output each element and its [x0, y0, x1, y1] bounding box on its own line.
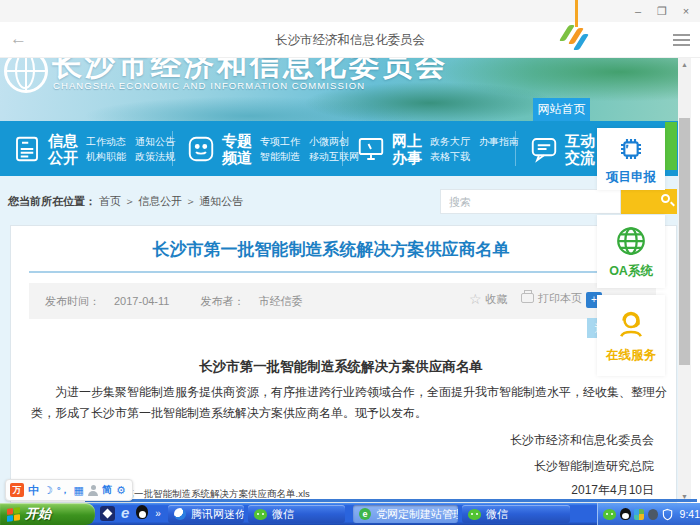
minimize-button[interactable]: –: [630, 3, 646, 19]
nav-link[interactable]: 办事指南: [479, 136, 519, 147]
printer-icon: [521, 293, 534, 303]
panel-label: OA系统: [609, 263, 653, 280]
nav-link[interactable]: 通知公告: [135, 136, 175, 147]
task-button-tencent-mini[interactable]: 腾讯网迷你版: [168, 505, 244, 523]
ime-fullwidth-icon[interactable]: ☽: [43, 484, 53, 497]
system-tray: 9:41: [597, 503, 700, 525]
menu-icon[interactable]: [673, 34, 690, 49]
scroll-up-icon[interactable]: ▲: [678, 58, 691, 71]
panel-label: 项目申报: [606, 169, 656, 186]
article-body-heading: 长沙市第一批智能制造系统解决方案供应商名单: [11, 358, 671, 376]
nav-link[interactable]: 小微两创: [309, 136, 349, 147]
site-logo-en: CHANGSHA ECONOMIC AND INFORMATION COMMIS…: [53, 80, 365, 91]
green-accent-block: [665, 122, 677, 170]
qq-tray-icon[interactable]: [620, 508, 630, 521]
nav-title: 互动交流: [565, 132, 595, 166]
panel-oa-system[interactable]: OA系统: [597, 215, 665, 288]
vertical-scrollbar[interactable]: ▲ ▼: [678, 58, 691, 503]
ime-toolbar[interactable]: 万 中 ☽ °， ▦ 简 ⚙: [5, 479, 133, 501]
nav-link[interactable]: 机构职能: [86, 151, 126, 162]
ime-account-icon[interactable]: [88, 485, 98, 496]
panel-project-declare[interactable]: 项目申报: [597, 128, 665, 190]
nav-link[interactable]: 政策法规: [135, 151, 175, 162]
screen: – ❐ × ← 长沙市经济和信息化委员会 长沙市经济和信息化委员会 CHANGS…: [0, 0, 700, 525]
nav-group-online[interactable]: 网上办事 政务大厅办事指南 表格下载: [356, 121, 528, 176]
loading-indicator-line: [575, 0, 578, 27]
wechat-icon: [254, 509, 267, 520]
quick-launch-app-icon[interactable]: [100, 506, 115, 521]
clock: 9:41: [680, 508, 700, 520]
nav-link[interactable]: 表格下载: [430, 151, 470, 162]
close-button[interactable]: ×: [678, 3, 694, 19]
page-viewport: 长沙市经济和信息化委员会 CHANGSHA ECONOMIC AND INFOR…: [0, 58, 678, 503]
site-header: 长沙市经济和信息化委员会 CHANGSHA ECONOMIC AND INFOR…: [0, 58, 678, 121]
search-button[interactable]: [621, 189, 677, 214]
scrollbar-thumb[interactable]: [679, 118, 690, 365]
article-title: 长沙市第一批智能制造系统解决方案供应商名单: [11, 238, 651, 261]
swirl-tray-icon[interactable]: [648, 509, 658, 520]
nav-title: 专题频道: [222, 132, 252, 166]
ime-punctuation-icon[interactable]: °，: [57, 484, 70, 497]
service-agent-icon: [613, 307, 649, 343]
nav-link[interactable]: 政务大厅: [430, 136, 470, 147]
ime-settings-icon[interactable]: ⚙: [116, 484, 126, 497]
taskbar: 开始 e » 腾讯网迷你版 微信 e党网定制建站管理... 微信 9:41: [0, 503, 700, 525]
nav-divider: [172, 131, 173, 166]
favorite-button[interactable]: ☆收藏: [469, 291, 508, 307]
article-paragraph: 为进一步集聚智能制造服务提供商资源，有序推进跨行业跨领域合作，全面提升我市智能制…: [31, 382, 671, 424]
chip-icon: [615, 133, 647, 165]
breadcrumb-sep: ＞: [185, 195, 196, 207]
nav-group-info[interactable]: 信息公开 工作动态通知公告 机构职能政策法规: [12, 121, 184, 176]
windows-logo-icon: [7, 507, 20, 522]
nav-group-interact[interactable]: 互动交流: [529, 121, 603, 176]
breadcrumb-level1[interactable]: 信息公开: [138, 195, 182, 207]
signature-org1: 长沙市经济和信息化委员会: [510, 432, 654, 449]
ime-logo-icon[interactable]: 万: [10, 483, 24, 497]
search-input[interactable]: [440, 189, 621, 214]
restore-button[interactable]: ❐: [654, 3, 670, 19]
nav-links: 工作动态通知公告 机构职能政策法规: [86, 133, 184, 164]
ime-keyboard-icon[interactable]: ▦: [73, 484, 83, 497]
background-window-edge: [85, 499, 697, 502]
signature-date: 2017年4月10日: [571, 482, 654, 499]
start-button[interactable]: 开始: [0, 503, 95, 525]
ime-chinese-mode-icon[interactable]: 中: [28, 483, 39, 498]
channel-icon: [186, 134, 216, 164]
quick-launch: e »: [100, 505, 161, 521]
nav-divider: [342, 131, 343, 166]
nav-link[interactable]: 移动互联网: [309, 151, 359, 162]
chat-icon: [529, 134, 559, 164]
task-button-site-manager[interactable]: e党网定制建站管理...: [353, 505, 458, 523]
print-button[interactable]: 打印本页: [521, 291, 582, 306]
site-manager-icon: e: [359, 508, 371, 520]
breadcrumb-sep: ＞: [124, 195, 135, 207]
globe-icon: [613, 223, 649, 259]
nav-divider: [515, 131, 516, 166]
window-right-margin: [691, 58, 700, 503]
home-button[interactable]: 网站首页: [533, 98, 590, 121]
wechat-tray-icon[interactable]: [603, 509, 616, 520]
breadcrumb: 您当前所在位置： 首页 ＞ 信息公开 ＞ 通知公告: [8, 194, 243, 209]
qq-icon[interactable]: [135, 505, 149, 521]
task-button-wechat-1[interactable]: 微信: [248, 505, 345, 523]
nav-link[interactable]: 专项工作: [260, 136, 300, 147]
nav-link[interactable]: 工作动态: [86, 136, 126, 147]
publish-time: 2017-04-11: [114, 295, 169, 307]
main-navbar: 信息公开 工作动态通知公告 机构职能政策法规 专题频道 专项工作小微两创 智能制…: [0, 121, 678, 176]
chevron-icon[interactable]: »: [155, 508, 161, 519]
nav-links: 专项工作小微两创 智能制造移动互联网: [260, 133, 368, 164]
search-icon: [661, 194, 670, 203]
task-button-wechat-2[interactable]: 微信: [462, 505, 570, 523]
grid-tray-icon[interactable]: [634, 509, 644, 520]
nav-link[interactable]: 智能制造: [260, 151, 300, 162]
nav-group-channel[interactable]: 专题频道 专项工作小微两创 智能制造移动互联网: [186, 121, 368, 176]
internet-explorer-icon[interactable]: e: [121, 505, 129, 521]
site-emblem-icon: [4, 58, 48, 93]
ime-simplified-icon[interactable]: 简: [102, 483, 112, 497]
panel-online-service[interactable]: 在线服务: [597, 295, 665, 376]
breadcrumb-home[interactable]: 首页: [99, 195, 121, 207]
browser-logo-icon: [558, 25, 596, 51]
breadcrumb-level2[interactable]: 通知公告: [199, 195, 243, 207]
shield-tray-icon[interactable]: [662, 508, 673, 521]
panel-label: 在线服务: [606, 347, 656, 364]
